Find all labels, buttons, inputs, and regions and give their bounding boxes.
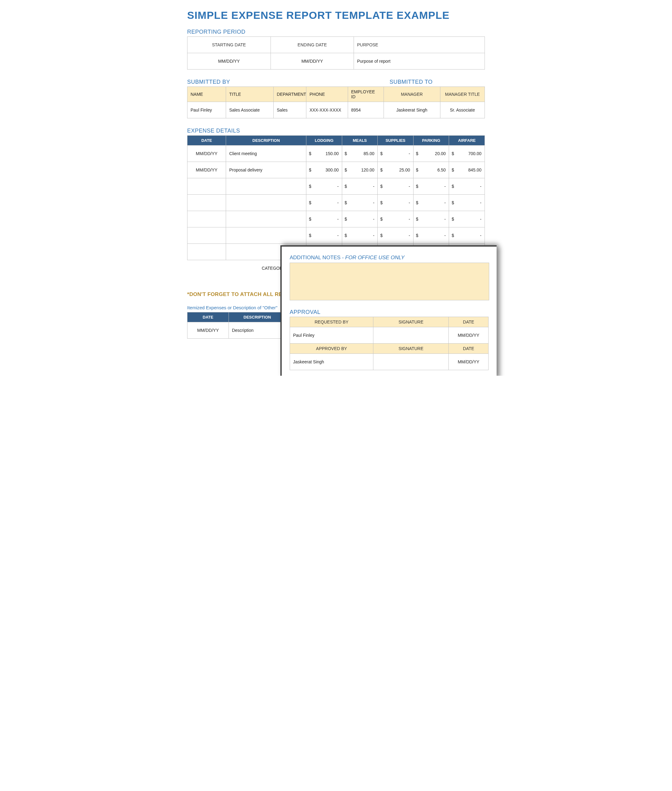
notes-title-b: FOR OFFICE USE ONLY [345, 255, 405, 260]
val-ending-date[interactable]: MM/DD/YY [270, 53, 354, 69]
money-cell[interactable]: $- [306, 228, 342, 244]
val-department[interactable]: Sales [274, 102, 306, 118]
val-approved-by[interactable]: Jaskeerat Singh [290, 354, 373, 370]
expense-date[interactable] [187, 178, 226, 195]
val-signature-1[interactable] [373, 327, 449, 343]
expense-description[interactable] [226, 178, 306, 195]
val-signature-2[interactable] [373, 354, 449, 370]
val-requested-by[interactable]: Paul Finley [290, 327, 373, 343]
currency-sign: $ [451, 151, 454, 156]
section-reporting-period: REPORTING PERIOD [187, 29, 485, 35]
money-cell[interactable]: $- [378, 211, 413, 228]
val-phone[interactable]: XXX-XXX-XXXX [306, 102, 348, 118]
amount-value: - [409, 184, 410, 189]
office-use-overlay: ADDITIONAL NOTES - FOR OFFICE USE ONLY A… [280, 245, 497, 376]
currency-sign: $ [309, 151, 311, 156]
amount-value: - [480, 200, 482, 205]
expense-hdr-airfare: AIRFARE [449, 136, 485, 146]
section-submitted-to: SUBMITTED TO [390, 79, 485, 85]
money-cell[interactable]: $- [306, 195, 342, 211]
money-cell[interactable]: $- [413, 211, 449, 228]
amount-value: - [373, 217, 374, 221]
reporting-period-table: STARTING DATE ENDING DATE PURPOSE MM/DD/… [187, 37, 485, 69]
expense-hdr-meals: MEALS [342, 136, 378, 146]
amount-value: - [409, 233, 410, 238]
money-cell[interactable]: $- [342, 211, 378, 228]
money-cell[interactable]: $120.00 [342, 162, 378, 178]
money-cell[interactable]: $- [306, 211, 342, 228]
money-cell[interactable]: $- [449, 211, 485, 228]
hdr-starting-date: STARTING DATE [187, 37, 271, 53]
currency-sign: $ [416, 151, 418, 156]
currency-sign: $ [345, 184, 347, 189]
currency-sign: $ [380, 151, 382, 156]
amount-value: - [373, 200, 374, 205]
val-title[interactable]: Sales Associate [226, 102, 274, 118]
money-cell[interactable]: $150.00 [306, 146, 342, 162]
val-starting-date[interactable]: MM/DD/YY [187, 53, 271, 69]
currency-sign: $ [309, 233, 311, 238]
hdr-signature-1: SIGNATURE [373, 317, 449, 327]
currency-sign: $ [309, 167, 311, 172]
val-name[interactable]: Paul Finley [187, 102, 226, 118]
money-cell[interactable]: $700.00 [449, 146, 485, 162]
expense-description[interactable] [226, 228, 306, 244]
val-manager[interactable]: Jaskeerat Singh [384, 102, 440, 118]
money-cell[interactable]: $25.00 [378, 162, 413, 178]
money-cell[interactable]: $- [378, 146, 413, 162]
currency-sign: $ [345, 151, 347, 156]
money-cell[interactable]: $- [449, 228, 485, 244]
itemized-date[interactable]: MM/DD/YY [187, 322, 229, 339]
expense-date[interactable] [187, 211, 226, 228]
hdr-approved-by: APPROVED BY [290, 343, 373, 354]
val-purpose[interactable]: Purpose of report [354, 53, 485, 69]
money-cell[interactable]: $845.00 [449, 162, 485, 178]
currency-sign: $ [380, 184, 382, 189]
expense-date[interactable] [187, 195, 226, 211]
money-cell[interactable]: $85.00 [342, 146, 378, 162]
val-employee-id[interactable]: 8954 [348, 102, 384, 118]
money-cell[interactable]: $- [378, 178, 413, 195]
currency-sign: $ [345, 167, 347, 172]
money-cell[interactable]: $- [449, 195, 485, 211]
section-expense-details: EXPENSE DETAILS [187, 128, 485, 134]
expense-date[interactable] [187, 228, 226, 244]
expense-description[interactable] [226, 211, 306, 228]
expense-date[interactable] [187, 244, 226, 260]
money-cell[interactable]: $- [413, 195, 449, 211]
money-cell[interactable]: $- [413, 228, 449, 244]
money-cell[interactable]: $6.50 [413, 162, 449, 178]
page-title: SIMPLE EXPENSE REPORT TEMPLATE EXAMPLE [187, 9, 485, 21]
money-cell[interactable]: $- [413, 178, 449, 195]
money-cell[interactable]: $- [342, 178, 378, 195]
money-cell[interactable]: $300.00 [306, 162, 342, 178]
expense-description[interactable]: Client meeting [226, 146, 306, 162]
additional-notes-title: ADDITIONAL NOTES - FOR OFFICE USE ONLY [290, 255, 488, 261]
val-date-1[interactable]: MM/DD/YY [449, 327, 488, 343]
money-cell[interactable]: $- [449, 178, 485, 195]
currency-sign: $ [345, 233, 347, 238]
hdr-purpose: PURPOSE [354, 37, 485, 53]
val-date-2[interactable]: MM/DD/YY [449, 354, 488, 370]
money-cell[interactable]: $20.00 [413, 146, 449, 162]
expense-description[interactable]: Proposal delivery [226, 162, 306, 178]
hdr-ending-date: ENDING DATE [270, 37, 354, 53]
expense-hdr-parking: PARKING [413, 136, 449, 146]
money-cell[interactable]: $- [306, 178, 342, 195]
val-manager-title[interactable]: Sr. Associate [440, 102, 485, 118]
additional-notes-box[interactable] [290, 263, 489, 300]
amount-value: - [337, 200, 339, 205]
currency-sign: $ [309, 217, 311, 221]
money-cell[interactable]: $- [378, 195, 413, 211]
money-cell[interactable]: $- [342, 228, 378, 244]
amount-value: - [445, 233, 446, 238]
currency-sign: $ [380, 200, 382, 205]
expense-date[interactable]: MM/DD/YY [187, 162, 226, 178]
money-cell[interactable]: $- [378, 228, 413, 244]
money-cell[interactable]: $- [342, 195, 378, 211]
expense-date[interactable]: MM/DD/YY [187, 146, 226, 162]
section-submitted-by: SUBMITTED BY [187, 79, 390, 85]
hdr-manager: MANAGER [384, 87, 440, 102]
itemized-description[interactable]: Description [229, 322, 286, 339]
expense-description[interactable] [226, 195, 306, 211]
